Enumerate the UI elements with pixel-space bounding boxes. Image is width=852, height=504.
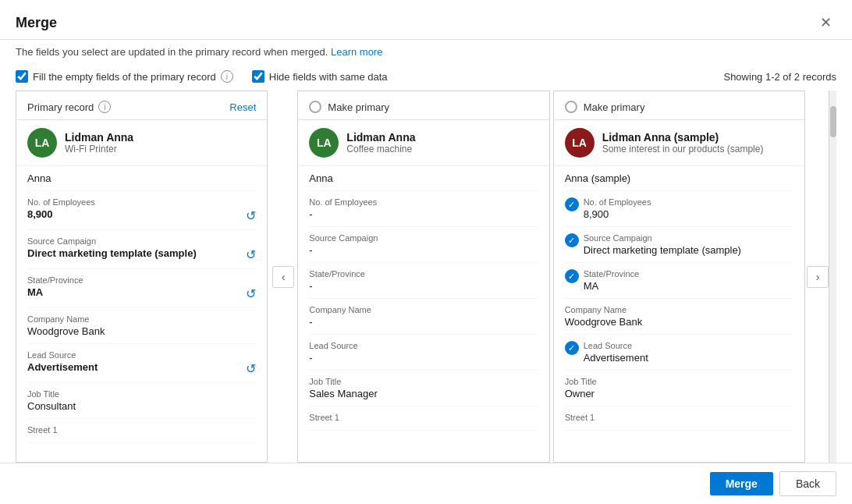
col1-source-value: Direct marketing template (sample)	[27, 247, 246, 259]
col2-employees-row: No. of Employees -	[309, 191, 538, 227]
col3-fields: Anna (sample) ✓ No. of Employees 8,900 ✓	[554, 166, 804, 462]
col2-radio[interactable]	[309, 101, 321, 113]
col3-street-row: Street 1	[565, 406, 793, 431]
col1-company-row: Company Name Woodgrove Bank	[27, 308, 256, 344]
col2-source-row: Source Campaign -	[309, 227, 538, 263]
col3-job-label: Job Title	[565, 377, 793, 386]
col1-info-icon[interactable]: i	[98, 101, 111, 113]
options-bar: Fill the empty fields of the primary rec…	[0, 66, 852, 91]
col2-job-value: Sales Manager	[309, 388, 538, 399]
col2-company-label: Company Name	[309, 305, 538, 314]
col3-lead-label: Lead Source	[584, 341, 648, 350]
col1-state-label: State/Province	[27, 275, 246, 285]
col1-street-row: Street 1	[27, 419, 256, 443]
back-button[interactable]: Back	[779, 471, 836, 496]
primary-record-column: Primary record i Reset LA Lidman Anna Wi…	[16, 91, 268, 463]
col3-street-label: Street 1	[565, 413, 793, 422]
col1-lead-value: Advertisement	[27, 361, 246, 373]
col1-primary-label: Primary record	[27, 101, 94, 113]
col3-employees-row: ✓ No. of Employees 8,900	[565, 191, 793, 227]
col2-company-row: Company Name -	[309, 299, 538, 335]
col1-source-row: Source Campaign Direct marketing templat…	[27, 230, 256, 269]
col3-firstname-value: Anna (sample)	[565, 172, 793, 184]
col1-name: Lidman Anna	[65, 131, 133, 144]
col1-job-label: Job Title	[27, 389, 256, 399]
dialog-title: Merge	[16, 15, 57, 31]
hide-same-checkbox[interactable]	[252, 70, 264, 83]
col1-company-label: Company Name	[27, 314, 256, 324]
col2-record-card: LA Lidman Anna Coffee machine	[298, 120, 548, 166]
col2-lead-row: Lead Source -	[309, 335, 538, 371]
dialog-subtitle: The fields you select are updated in the…	[0, 40, 852, 66]
col3-column: Make primary LA Lidman Anna (sample) Som…	[553, 91, 805, 463]
col2-job-row: Job Title Sales Manager	[309, 371, 538, 406]
col1-job-row: Job Title Consultant	[27, 383, 256, 419]
fill-empty-checkbox[interactable]	[16, 70, 28, 83]
col3-company-value: Woodgrove Bank	[565, 316, 793, 328]
col3-state-value: MA	[584, 280, 640, 292]
dialog-header: Merge ✕	[0, 0, 852, 40]
col3-source-label: Source Campaign	[584, 233, 741, 243]
col2-firstname-value: Anna	[309, 172, 538, 184]
col2-job-label: Job Title	[309, 377, 538, 386]
col3-company-label: Company Name	[565, 305, 793, 314]
col1-job-value: Consultant	[27, 400, 256, 412]
fill-empty-info-icon[interactable]: i	[221, 70, 233, 83]
col3-header: Make primary	[554, 91, 804, 120]
nav-left-arrow[interactable]: ‹	[272, 266, 294, 288]
scrollbar[interactable]	[829, 91, 836, 463]
col3-employees-value: 8,900	[584, 208, 651, 220]
col1-employees-reset-icon[interactable]: ↺	[246, 208, 256, 223]
dialog-footer: Merge Back	[0, 463, 852, 504]
learn-more-link[interactable]: Learn more	[331, 46, 382, 58]
col2-source-value: -	[309, 244, 538, 256]
col2-source-label: Source Campaign	[309, 233, 538, 243]
reset-button[interactable]: Reset	[229, 101, 256, 113]
col1-employees-row: No. of Employees 8,900 ↺	[27, 191, 256, 230]
col2-company-value: -	[309, 316, 538, 328]
col1-lead-reset-icon[interactable]: ↺	[246, 361, 256, 376]
col1-state-row: State/Province MA ↺	[27, 269, 256, 308]
col2-column: Make primary LA Lidman Anna Coffee machi…	[297, 91, 549, 463]
columns-container: Primary record i Reset LA Lidman Anna Wi…	[0, 91, 852, 463]
col1-avatar: LA	[27, 128, 57, 158]
col3-source-value: Direct marketing template (sample)	[584, 244, 741, 256]
col3-name: Lidman Anna (sample)	[602, 131, 764, 144]
col3-record-card: LA Lidman Anna (sample) Some interest in…	[554, 120, 804, 166]
col3-source-check: ✓	[565, 233, 579, 247]
col1-state-reset-icon[interactable]: ↺	[246, 286, 256, 301]
col2-header: Make primary	[298, 91, 548, 120]
col3-state-check: ✓	[565, 269, 579, 283]
col1-lead-label: Lead Source	[27, 350, 246, 360]
col1-company-value: Woodgrove Bank	[27, 325, 256, 337]
col3-lead-row: ✓ Lead Source Advertisement	[565, 335, 793, 371]
col3-state-label: State/Province	[584, 269, 640, 279]
col2-lead-label: Lead Source	[309, 341, 538, 350]
col2-street-row: Street 1	[309, 406, 538, 431]
scrollbar-thumb[interactable]	[830, 106, 836, 137]
col1-header: Primary record i Reset	[16, 91, 267, 120]
col3-subtitle: Some interest in our products (sample)	[602, 144, 764, 154]
col1-record-card: LA Lidman Anna Wi-Fi Printer	[16, 120, 267, 166]
hide-same-checkbox-label[interactable]: Hide fields with same data	[252, 70, 388, 83]
close-button[interactable]: ✕	[815, 12, 836, 33]
col1-source-reset-icon[interactable]: ↺	[246, 247, 256, 262]
col2-make-primary-label: Make primary	[328, 101, 389, 113]
fill-empty-checkbox-label[interactable]: Fill the empty fields of the primary rec…	[16, 70, 233, 83]
merge-button[interactable]: Merge	[710, 472, 773, 495]
col3-radio[interactable]	[565, 101, 577, 113]
col2-street-label: Street 1	[309, 413, 538, 422]
col2-firstname-row: Anna	[309, 166, 538, 191]
col1-source-label: Source Campaign	[27, 236, 246, 246]
col3-make-primary-label: Make primary	[584, 101, 645, 113]
col3-firstname-row: Anna (sample)	[565, 166, 793, 191]
col3-job-value: Owner	[565, 388, 793, 399]
col3-state-row: ✓ State/Province MA	[565, 263, 793, 299]
col2-state-row: State/Province -	[309, 263, 538, 299]
col1-employees-value: 8,900	[27, 208, 246, 220]
nav-right-arrow[interactable]: ›	[807, 266, 829, 288]
col2-name: Lidman Anna	[346, 131, 415, 144]
col3-company-row: Company Name Woodgrove Bank	[565, 299, 793, 335]
merge-dialog: Merge ✕ The fields you select are update…	[0, 0, 852, 504]
col2-lead-value: -	[309, 352, 538, 364]
